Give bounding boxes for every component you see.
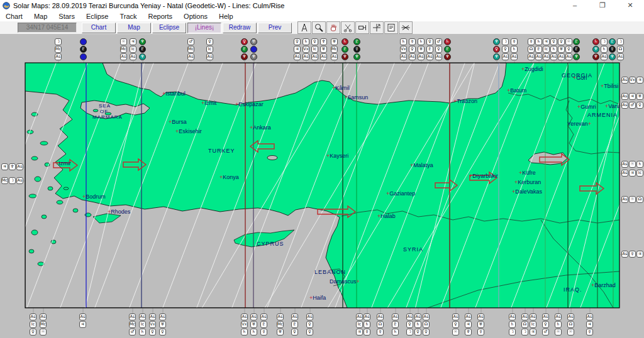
planet-glyph-badge: ♅ bbox=[477, 321, 484, 328]
planet-glyph-badge: ♅ bbox=[320, 46, 327, 53]
planet-glyph-badge: ♅ bbox=[159, 321, 166, 328]
planet-glyph-badge: As bbox=[331, 53, 338, 60]
planet-glyph-badge: As bbox=[79, 313, 86, 320]
marker-column: ♂♀As bbox=[435, 38, 442, 60]
planet-glyph-badge: ♇ bbox=[444, 46, 451, 53]
planet-glyph-badge: Vx bbox=[400, 46, 407, 53]
marker-column: ☽♀As bbox=[502, 38, 509, 60]
window-title: Solar Maps: 28.09.2019 Terazi Burcunda Y… bbox=[13, 2, 284, 9]
marker-column: ♀♄As bbox=[550, 38, 557, 60]
planet-glyph-badge: As bbox=[129, 313, 136, 320]
planet-glyph-badge: ♀ bbox=[423, 329, 430, 335]
astro-map[interactable]: SEAOFMARMARATURKEYCYPRUSLEBANONSYRIAGEOR… bbox=[0, 34, 644, 338]
planet-glyph-badge: ♆ bbox=[609, 53, 616, 60]
scissors-icon[interactable] bbox=[341, 21, 355, 34]
compass-icon[interactable] bbox=[297, 21, 311, 34]
marker-column: As☊☉ bbox=[567, 313, 574, 335]
menu-item-map[interactable]: Map bbox=[28, 13, 53, 20]
planet-glyph-badge: ♃ bbox=[79, 321, 86, 328]
map-canvas[interactable]: SEAOFMARMARATURKEYCYPRUSLEBANONSYRIAGEOR… bbox=[0, 34, 644, 338]
zoom-icon[interactable] bbox=[312, 21, 326, 34]
planet-glyph-badge: ☽ bbox=[509, 329, 516, 335]
planet-glyph-badge: As bbox=[130, 53, 136, 60]
planet-glyph-badge: Ic bbox=[530, 321, 536, 328]
eclipse-button[interactable]: Eclipse bbox=[152, 23, 186, 33]
planet-glyph-badge: ☉ bbox=[567, 329, 574, 335]
planet-glyph-badge: ♀ bbox=[409, 46, 416, 53]
planet-glyph-badge: ♆ bbox=[353, 53, 360, 60]
planet-glyph-badge: ☿ bbox=[260, 329, 267, 335]
planet-glyph-badge: ♃ bbox=[1, 163, 8, 170]
planet-glyph-badge: ♆ bbox=[465, 329, 472, 335]
planet-glyph-badge: ♇ bbox=[573, 38, 580, 45]
planet-glyph-badge: ♄ bbox=[509, 321, 516, 328]
menu-item-eclipse[interactable]: Eclipse bbox=[80, 13, 114, 20]
planet-glyph-badge: ♃ bbox=[543, 38, 550, 45]
planet-glyph-badge: ♆ bbox=[250, 53, 257, 60]
ruler-icon[interactable] bbox=[355, 21, 369, 34]
planet-glyph-badge: ♄ bbox=[550, 46, 557, 53]
planet-glyph-badge: ☿ bbox=[586, 329, 593, 335]
planet-glyph-badge: As bbox=[452, 313, 459, 320]
map-button[interactable]: Map bbox=[117, 23, 151, 33]
marker-column: As♅♀ bbox=[159, 313, 166, 335]
maximize-button[interactable]: ❐ bbox=[589, 0, 616, 11]
report-icon[interactable] bbox=[384, 21, 398, 34]
planet-glyph-badge: As bbox=[414, 313, 421, 320]
planet-glyph-badge: ♆ bbox=[592, 46, 599, 53]
title-bar: Solar Maps: 28.09.2019 Terazi Burcunda Y… bbox=[0, 0, 644, 11]
planet-glyph-badge: ♃ bbox=[586, 321, 593, 328]
planet-glyph-badge: As bbox=[565, 53, 572, 60]
planet-glyph-badge: Mc bbox=[331, 46, 338, 53]
minimize-button[interactable]: – bbox=[561, 0, 589, 11]
prev-button[interactable]: Prev bbox=[258, 23, 292, 33]
lines-button[interactable]: ¡Lines¡ bbox=[187, 23, 221, 33]
menu-item-chart[interactable]: Chart bbox=[0, 13, 28, 20]
planet-glyph-badge: Ic bbox=[311, 46, 318, 53]
marker-column: ☽☊As bbox=[617, 38, 624, 60]
crosshair-icon[interactable] bbox=[370, 21, 384, 34]
marker-column: ♆♅As bbox=[320, 38, 327, 60]
hand-icon[interactable] bbox=[326, 21, 340, 34]
planet-glyph-badge bbox=[80, 53, 87, 60]
planet-glyph-badge: As bbox=[406, 313, 413, 320]
redraw-button[interactable]: Redraw bbox=[223, 23, 257, 33]
planet-glyph-badge: ♇ bbox=[392, 321, 399, 328]
menu-item-reports[interactable]: Reports bbox=[143, 13, 179, 20]
marker-column: ♀IcAs bbox=[311, 38, 318, 60]
chart-button[interactable]: Chart bbox=[82, 23, 116, 33]
planet-glyph-badge: ♀ bbox=[558, 38, 565, 45]
menu-item-help[interactable]: Help bbox=[213, 13, 239, 20]
close-button[interactable]: ✕ bbox=[616, 0, 644, 11]
marker-column: ♂McAs bbox=[187, 38, 194, 60]
svg-text:+Gori: +Gori bbox=[573, 75, 587, 81]
marker-column: As♄☽ bbox=[509, 313, 516, 335]
marker-column: ♄VxAs bbox=[400, 38, 407, 60]
marker-column: AsIc♃ bbox=[530, 313, 536, 335]
menu-item-track[interactable]: Track bbox=[114, 13, 142, 20]
planet-glyph-badge: ♀ bbox=[30, 329, 36, 335]
marker-column: As♄☿ bbox=[364, 313, 370, 335]
planet-glyph-badge: ☉ bbox=[452, 329, 459, 335]
menu-item-options[interactable]: Options bbox=[178, 13, 213, 20]
app-icon bbox=[3, 2, 10, 9]
planet-glyph-badge: ♀ bbox=[241, 38, 248, 45]
marker-column: ♄♅As bbox=[418, 38, 425, 60]
marker-column: AsVx♄ bbox=[241, 313, 248, 335]
planet-glyph-badge: ♀ bbox=[306, 329, 313, 335]
marker-column: ♀♅As bbox=[558, 38, 565, 60]
planet-glyph-badge: ♀ bbox=[414, 329, 421, 335]
planet-glyph-badge: ☿ bbox=[364, 329, 370, 335]
planet-glyph-badge: As bbox=[250, 313, 257, 320]
menu-item-stars[interactable]: Stars bbox=[53, 13, 80, 20]
planet-glyph-badge: ☊ bbox=[423, 321, 430, 328]
planet-glyph-badge: As bbox=[465, 313, 472, 320]
svg-text:CYPRUS: CYPRUS bbox=[257, 241, 284, 247]
marker-column: As♃♆ bbox=[465, 313, 472, 335]
planet-glyph-badge: As bbox=[586, 313, 593, 320]
planet-glyph-badge: ♃ bbox=[294, 46, 301, 53]
planet-glyph-badge: As bbox=[291, 313, 298, 320]
asterisk-icon[interactable] bbox=[399, 21, 413, 34]
marker-column: As♄♀ bbox=[414, 313, 421, 335]
planet-glyph-badge: As bbox=[601, 53, 608, 60]
